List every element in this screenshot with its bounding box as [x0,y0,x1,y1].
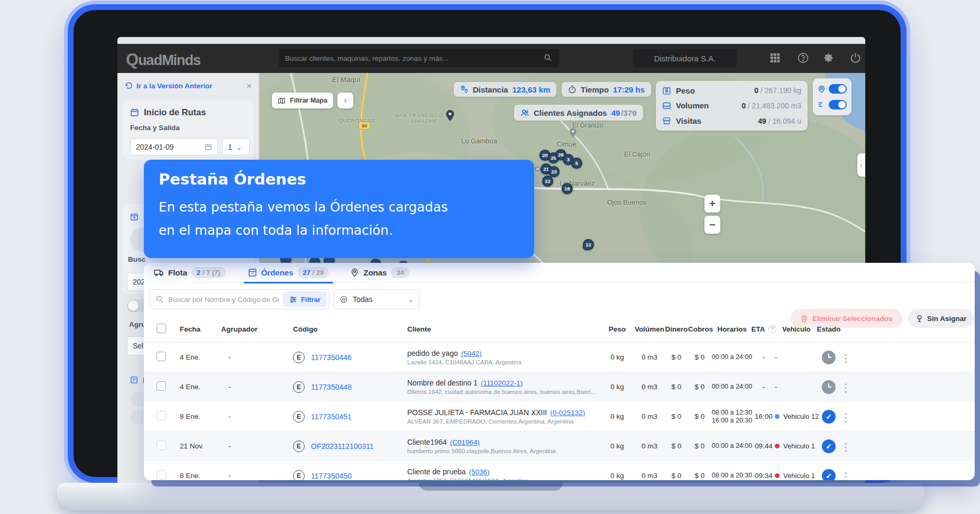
expand-filter-button[interactable]: › [337,93,353,108]
search-icon [544,53,552,62]
row-checkbox[interactable] [157,411,166,420]
close-icon[interactable]: × [246,81,252,91]
order-code-link[interactable]: 1177350446 [311,353,352,362]
settings-gear-icon[interactable] [823,52,835,63]
col-eta[interactable]: ETA? [745,325,782,333]
global-search-input[interactable] [279,49,559,67]
box-arrow-icon [130,213,139,221]
client-code-link[interactable]: (0-025132) [550,409,585,417]
status-icon[interactable] [822,351,836,364]
volume-stat: Volumen 0 / 21.483.200 m3 [662,101,801,110]
table-row[interactable]: 4 Ene. - E 1177350446 pedido de yago(504… [144,343,975,372]
status-icon[interactable] [822,469,836,481]
filter-button[interactable]: Filtrar [283,291,327,307]
row-eta: - [753,383,775,391]
col-agrupador[interactable]: Agrupador [221,325,272,333]
col-cliente[interactable]: Cliente [407,325,600,333]
history-icon [125,82,133,90]
col-codigo[interactable]: Código [272,325,407,333]
map-filter-button[interactable]: Filtrar Mapa [272,93,333,108]
zoom-out-button[interactable]: − [704,216,720,234]
zoom-in-button[interactable]: + [704,195,720,213]
orders-toolbar: Filtrar Todas ⌄ Eliminar Seleccionados S… [144,283,975,316]
order-marker[interactable]: 23 [548,166,560,177]
order-marker[interactable]: 16 [562,183,573,194]
col-volumen[interactable]: Volúmen [634,325,665,333]
row-cobros: $ 0 [688,383,711,391]
collapse-panel-button[interactable]: ‹ [857,153,865,177]
row-agrupador: - [221,353,272,361]
kebab-menu-icon[interactable] [845,417,847,419]
tab-flota[interactable]: Flota 2 / 7 (7) [150,263,230,283]
zone-select[interactable]: Todas ⌄ [334,289,419,309]
table-row[interactable]: 8 Ene. - E 1177350451 POSSE JULIETA - FA… [144,402,975,432]
order-code-link[interactable]: 1177350448 [311,383,352,391]
order-type-icon: E [293,470,305,481]
help-icon[interactable] [798,52,809,63]
table-body: 4 Ene. - E 1177350446 pedido de yago(504… [144,343,975,480]
col-vehiculo[interactable]: Vehículo [782,325,819,333]
row-agrupador: - [221,472,272,480]
kebab-menu-icon[interactable] [845,446,847,448]
chevron-right-icon: › [344,96,346,105]
map-pin-icon[interactable] [569,128,577,138]
status-icon[interactable] [822,410,836,424]
client-code-link[interactable]: (5036) [469,468,490,476]
tab-zonas[interactable]: Zonas 34 [346,263,414,283]
departure-select[interactable]: 1⌄ [222,139,250,155]
order-type-icon: E [293,440,305,452]
row-peso: 0 kg [600,442,634,450]
previous-version-link[interactable]: Ir a la Versión Anterior [125,82,213,90]
row-checkbox[interactable] [157,440,166,450]
order-code-link[interactable]: 1177350450 [311,472,352,480]
status-icon[interactable] [822,439,836,453]
col-estado[interactable]: Estado [819,325,838,333]
row-eta: 09:34 [753,472,775,480]
col-fecha[interactable]: Fecha [180,325,221,333]
order-code-link[interactable]: OF2023112100311 [311,442,374,451]
order-marker[interactable]: 5 [571,158,582,169]
map-pin-icon[interactable] [445,110,455,122]
visits-stat: Visitas 49 / 16.094 u [662,116,801,125]
row-peso: 0 kg [600,353,634,361]
date-departure-label: Fecha y Salida [123,117,254,132]
row-checkbox[interactable] [157,352,166,361]
account-name[interactable]: Distribuidora S.A. [633,49,737,67]
select-all-checkbox[interactable] [157,324,166,333]
row-checkbox[interactable] [157,381,166,391]
orders-search-input[interactable] [168,296,279,304]
table-row[interactable]: 21 Nov. - E OF2023112100311 Cliente1964(… [144,432,975,461]
eta-toggle[interactable] [829,84,847,94]
order-pin-marker[interactable]: 12 [583,239,594,250]
time-chip: Tiempo 17:29 hs [562,82,651,97]
row-checkbox[interactable] [157,470,166,480]
kebab-menu-icon[interactable] [845,476,847,478]
client-code-link[interactable]: (5042) [461,350,482,357]
map-icon [278,97,286,105]
client-code-link[interactable]: (11102022-1) [481,379,523,387]
route-start-card: Inicio de Rutas Fecha y Salida 2024-01-0… [123,100,254,160]
table-row[interactable]: 8 Ene. - E 1177350450 Cliente de prueba(… [144,461,975,480]
col-peso[interactable]: Peso [600,325,634,333]
table-row[interactable]: 4 Ene. - E 1177350448 Nombre del destino… [144,372,975,402]
date-input[interactable]: 2024-01-09 [130,139,218,155]
orders-search-box[interactable]: Filtrar [150,289,329,309]
power-icon[interactable] [850,52,861,63]
kebab-menu-icon[interactable] [845,387,847,389]
order-code-link[interactable]: 1177350451 [311,412,352,421]
layers-toggle[interactable] [829,100,847,109]
col-dinero[interactable]: Dinero [665,325,688,333]
kebab-menu-icon[interactable] [845,357,847,360]
map-label: El Cajón [624,150,650,158]
apps-grid-icon[interactable] [770,52,781,63]
row-fecha: 4 Ene. [180,353,221,361]
tab-ordenes[interactable]: Órdenes 27 / 29 [244,263,334,283]
target-icon [340,295,348,304]
map-label: Cimué [556,140,576,148]
order-marker[interactable]: 22 [542,176,553,187]
client-code-link[interactable]: (C01964) [450,438,480,446]
route-pins-icon [460,85,469,94]
col-cobros[interactable]: Cobros [688,325,711,333]
status-icon[interactable] [822,380,836,394]
info-icon[interactable]: ? [768,325,776,333]
